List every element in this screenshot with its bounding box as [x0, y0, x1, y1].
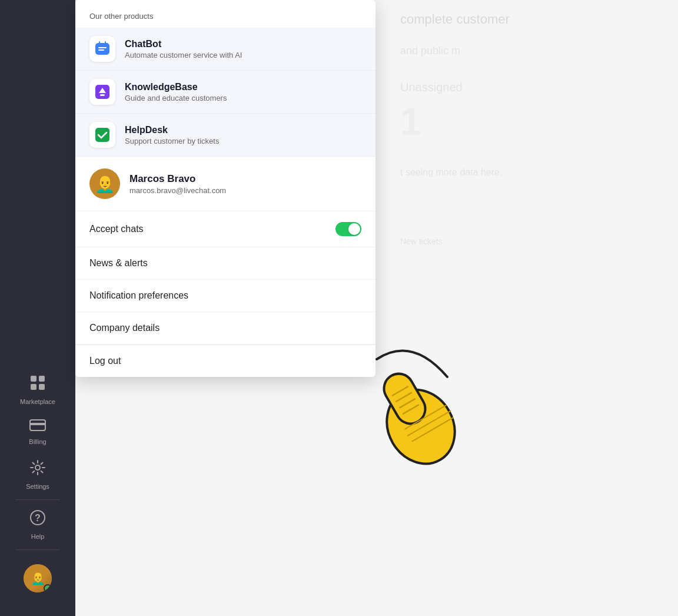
knowledgebase-name: KnowledgeBase: [125, 82, 227, 92]
menu-item-news[interactable]: News & alerts: [75, 247, 375, 280]
menu-item-notification-prefs[interactable]: Notification preferences: [75, 280, 375, 312]
svg-rect-12: [95, 128, 109, 142]
helpdesk-name: HelpDesk: [125, 125, 219, 135]
helpdesk-product-item[interactable]: HelpDesk Support customer by tickets: [75, 114, 375, 157]
helpdesk-desc: Support customer by tickets: [125, 137, 219, 145]
helpdesk-icon-box: [89, 122, 115, 148]
accept-chats-toggle[interactable]: [335, 222, 361, 236]
chatbot-info: ChatBot Automate customer service with A…: [125, 39, 242, 59]
knowledgebase-desc: Guide and educate customers: [125, 94, 227, 102]
toggle-knob: [348, 223, 360, 235]
menu-item-logout[interactable]: Log out: [75, 345, 375, 377]
chatbot-name: ChatBot: [125, 39, 242, 49]
knowledgebase-info: KnowledgeBase Guide and educate customer…: [125, 82, 227, 102]
dropdown-menu: Our other products ChatBot Automate cust…: [75, 0, 375, 377]
helpdesk-info: HelpDesk Support customer by tickets: [125, 125, 219, 145]
svg-rect-11: [100, 94, 105, 96]
user-profile-section[interactable]: 👨‍🦲 Marcos Bravo marcos.bravo@livechat.c…: [75, 157, 375, 211]
menu-item-company-details[interactable]: Company details: [75, 312, 375, 345]
hand-illustration: [341, 342, 477, 471]
user-avatar-emoji: 👨‍🦲: [95, 174, 115, 194]
chatbot-icon-box: [89, 36, 115, 62]
chatbot-desc: Automate customer service with AI: [125, 51, 242, 59]
user-avatar: 👨‍🦲: [89, 168, 120, 199]
accept-chats-section: Accept chats: [75, 211, 375, 247]
knowledgebase-product-item[interactable]: KnowledgeBase Guide and educate customer…: [75, 71, 375, 114]
user-email: marcos.bravo@livechat.com: [129, 186, 226, 195]
svg-rect-9: [95, 43, 109, 55]
other-products-label: Our other products: [75, 0, 375, 28]
user-name: Marcos Bravo: [129, 173, 226, 185]
accept-chats-label: Accept chats: [89, 224, 144, 234]
user-info: Marcos Bravo marcos.bravo@livechat.com: [129, 173, 226, 195]
knowledgebase-icon-box: [89, 79, 115, 105]
overlay: Our other products ChatBot Automate cust…: [0, 0, 678, 616]
chatbot-product-item[interactable]: ChatBot Automate customer service with A…: [75, 28, 375, 71]
